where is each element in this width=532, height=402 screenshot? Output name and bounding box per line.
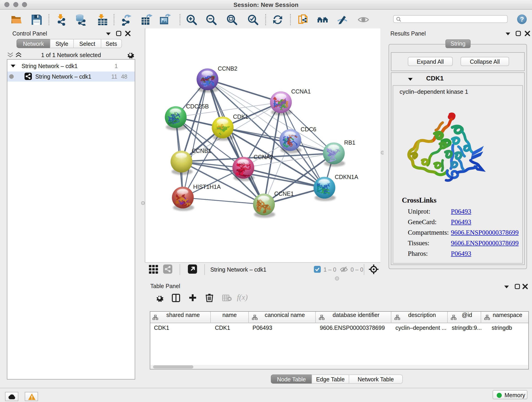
svg-text:CDKN1A: CDKN1A	[335, 174, 358, 180]
svg-text:CDC25B: CDC25B	[186, 103, 209, 109]
svg-text:CCNB1: CCNB1	[192, 148, 211, 154]
svg-text:CDC6: CDC6	[301, 126, 317, 133]
svg-text:RB1: RB1	[344, 139, 355, 146]
svg-text:CCNB2: CCNB2	[218, 65, 237, 72]
svg-text:CDK1: CDK1	[233, 114, 248, 120]
svg-text:CCNA2: CCNA2	[254, 154, 273, 160]
svg-text:CCNA1: CCNA1	[291, 88, 311, 95]
svg-text:HIST1H1A: HIST1H1A	[193, 184, 221, 190]
svg-text:?: ?	[520, 16, 524, 23]
svg-text:CCNE1: CCNE1	[274, 191, 294, 197]
